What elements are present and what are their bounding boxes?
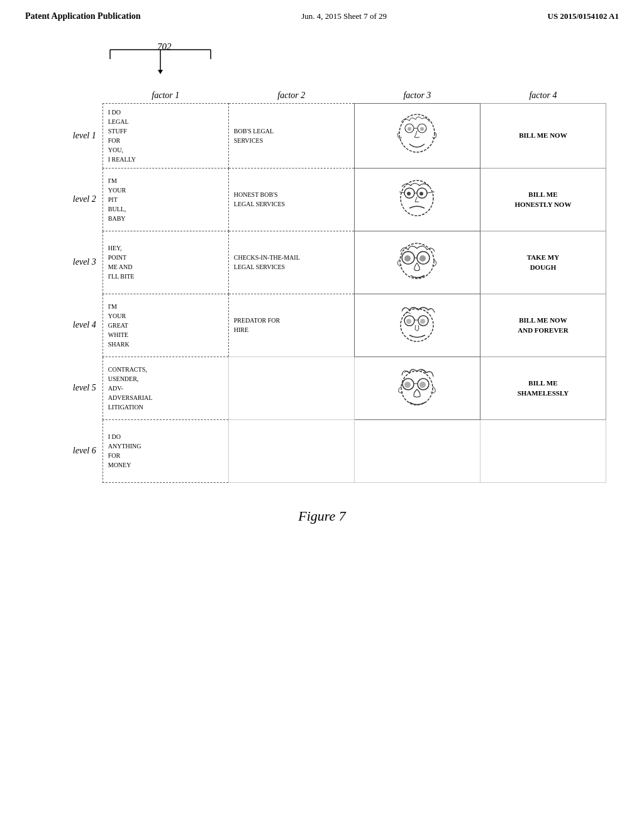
- row-level 3: level 3HEY,POINTME ANDI'LL BITECHECKS-IN…: [38, 231, 606, 294]
- page-header: Patent Application Publication Jun. 4, 2…: [0, 0, 644, 28]
- label-area: 702: [38, 40, 606, 78]
- cell-r6-f2: [228, 419, 354, 482]
- cell-r1-f2: BOB'S LEGALSERVICES: [228, 103, 354, 168]
- cell-r4-f4: BILL ME NOWAND FOREVER: [480, 294, 606, 357]
- svg-point-32: [420, 319, 425, 324]
- cell-r2-f3: [354, 168, 480, 231]
- cell-r6-f3: [354, 419, 480, 482]
- svg-point-10: [420, 127, 424, 131]
- brace-svg: [97, 40, 223, 75]
- row-level 4: level 4I'MYOURGREATWHITESHARKPREDATOR FO…: [38, 294, 606, 357]
- cell-r6-f1: I DOANYTHINGFORMONEY: [103, 419, 228, 482]
- cell-r2-f2: HONEST BOB'SLEGAL SERVICES: [228, 168, 354, 231]
- level-label-5: level 5: [38, 357, 103, 419]
- svg-line-19: [415, 197, 417, 202]
- header-left: Patent Application Publication: [25, 11, 141, 21]
- cell-r2-f4: BILL MEHONESTLY NOW: [480, 168, 606, 231]
- svg-point-25: [404, 255, 411, 262]
- main-table: factor 1 factor 2 factor 3 factor 4 leve…: [38, 78, 606, 483]
- svg-point-31: [406, 319, 411, 324]
- header-empty: [38, 78, 103, 103]
- cell-r4-f1: I'MYOURGREATWHITESHARK: [103, 294, 228, 357]
- level-label-2: level 2: [38, 168, 103, 231]
- main-content: 702: [0, 28, 644, 537]
- cell-r1-f4: BILL ME NOW: [480, 103, 606, 168]
- level-label-6: level 6: [38, 419, 103, 482]
- cell-r3-f3: [354, 231, 480, 294]
- cell-r4-f3: [354, 294, 480, 357]
- header-factor4: factor 4: [480, 78, 606, 103]
- svg-line-16: [427, 192, 435, 193]
- svg-point-9: [408, 127, 411, 131]
- level-label-1: level 1: [38, 103, 103, 168]
- svg-line-15: [399, 192, 404, 193]
- svg-point-5: [399, 114, 435, 152]
- header-factor1: factor 1: [103, 78, 228, 103]
- svg-point-18: [419, 192, 423, 196]
- row-level 1: level 1I DOLEGALSTUFFFORYOU,I REALLYBOB'…: [38, 103, 606, 168]
- cell-r5-f2: [228, 357, 354, 419]
- svg-marker-4: [158, 70, 163, 74]
- svg-point-37: [404, 382, 411, 388]
- svg-point-17: [407, 192, 411, 196]
- header-factor3: factor 3: [354, 78, 480, 103]
- row-level 5: level 5CONTRACTS,USENDER,ADV-ADVERSARIAL…: [38, 357, 606, 419]
- cell-r1-f3: [354, 103, 480, 168]
- cell-r2-f1: I'MYOURPITBULL,BABY: [103, 168, 228, 231]
- figure-caption: Figure 7: [38, 508, 606, 524]
- cell-r1-f1: I DOLEGALSTUFFFORYOU,I REALLY: [103, 103, 228, 168]
- header-row: factor 1 factor 2 factor 3 factor 4: [38, 78, 606, 103]
- cell-r3-f4: TAKE MYDOUGH: [480, 231, 606, 294]
- cell-r5-f4: BILL MESHAMELESSLY: [480, 357, 606, 419]
- level-label-3: level 3: [38, 231, 103, 294]
- header-center: Jun. 4, 2015 Sheet 7 of 29: [301, 11, 387, 21]
- row-level 6: level 6I DOANYTHINGFORMONEY: [38, 419, 606, 482]
- row-level 2: level 2I'MYOURPITBULL,BABYHONEST BOB'SLE…: [38, 168, 606, 231]
- header-right: US 2015/0154102 A1: [548, 11, 619, 21]
- cell-r5-f3: [354, 357, 480, 419]
- svg-point-26: [419, 255, 426, 262]
- cell-r6-f4: [480, 419, 606, 482]
- cell-r3-f1: HEY,POINTME ANDI'LL BITE: [103, 231, 228, 294]
- svg-point-38: [419, 382, 426, 388]
- level-label-4: level 4: [38, 294, 103, 357]
- cell-r3-f2: CHECKS-IN-THE-MAILLEGAL SERVICES: [228, 231, 354, 294]
- cell-r5-f1: CONTRACTS,USENDER,ADV-ADVERSARIALLITIGAT…: [103, 357, 228, 419]
- header-factor2: factor 2: [228, 78, 354, 103]
- diagram-container: 702: [38, 40, 606, 483]
- cell-r4-f2: PREDATOR FORHIRE: [228, 294, 354, 357]
